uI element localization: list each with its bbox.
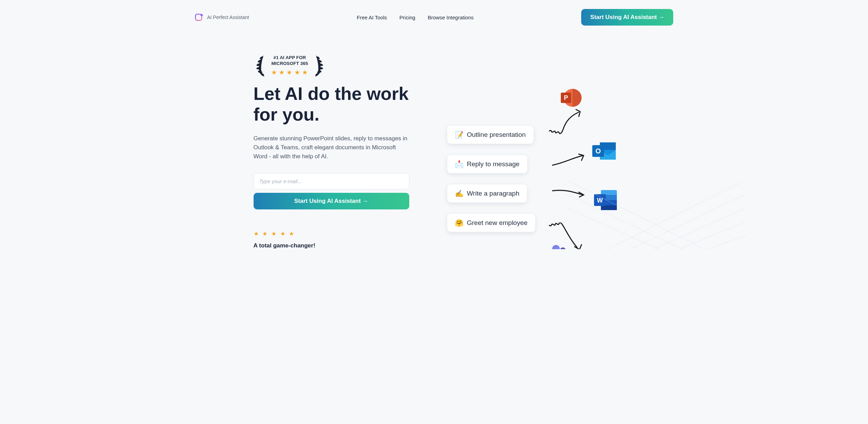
email-input[interactable] <box>254 173 409 189</box>
award-stars: ★ ★ ★ ★ ★ <box>272 69 308 76</box>
top-nav: AI Perfect Assistant Free AI Tools Prici… <box>164 0 705 26</box>
hugging-face-icon: 🤗 <box>455 219 464 227</box>
hero: #1 AI APP FOR MICROSOFT 365 ★ ★ ★ ★ ★ <box>164 26 705 249</box>
chip-outline-presentation: 📝 Outline presentation <box>447 126 533 144</box>
nav-link-pricing[interactable]: Pricing <box>400 15 415 20</box>
hero-title: Let AI do the work for you. <box>254 84 409 125</box>
chip-greet-employee: 🤗 Greet new employee <box>447 214 535 232</box>
background-grid <box>566 166 746 249</box>
award-badge: #1 AI APP FOR MICROSOFT 365 ★ ★ ★ ★ ★ <box>254 53 409 77</box>
review-quote: A total game-changer! <box>254 242 409 249</box>
review-block: ★ ★ ★ ★ ★ A total game-changer! <box>254 230 409 249</box>
brand-name: AI Perfect Assistant <box>207 15 249 20</box>
chip-label: Write a paragraph <box>467 190 520 197</box>
chip-write-paragraph: ✍️ Write a paragraph <box>447 185 527 202</box>
nav-link-integrations[interactable]: Browse Integrations <box>428 15 474 20</box>
laurel-left-icon <box>254 53 267 77</box>
review-stars: ★ ★ ★ ★ ★ <box>254 230 409 237</box>
hero-cta-button[interactable]: Start Using AI Assistant → <box>254 193 409 209</box>
nav-link-free-ai-tools[interactable]: Free AI Tools <box>357 15 387 20</box>
nav-cta-button[interactable]: Start Using AI Assistant → <box>581 9 673 26</box>
memo-icon: 📝 <box>455 131 464 139</box>
svg-point-26 <box>552 245 560 249</box>
arrow-curly-up-icon <box>548 107 582 134</box>
svg-text:O: O <box>595 147 601 155</box>
teams-icon: T <box>541 243 561 249</box>
logo-icon <box>195 13 204 22</box>
svg-line-33 <box>629 222 746 249</box>
nav-links: Free AI Tools Pricing Browse Integration… <box>357 15 474 20</box>
svg-line-30 <box>566 180 746 249</box>
arrow-up-right-icon <box>551 153 586 167</box>
svg-line-35 <box>566 180 746 249</box>
svg-text:P: P <box>564 94 568 101</box>
brand[interactable]: AI Perfect Assistant <box>195 13 249 22</box>
svg-point-27 <box>560 247 566 249</box>
outlook-icon: O <box>591 140 611 160</box>
envelope-icon: 📩 <box>455 160 464 168</box>
chip-label: Greet new employee <box>467 219 528 227</box>
award-line2: MICROSOFT 365 <box>272 60 308 67</box>
powerpoint-icon: P <box>558 86 578 106</box>
award-line1: #1 AI APP FOR <box>272 55 308 61</box>
writing-hand-icon: ✍️ <box>455 189 464 198</box>
svg-line-37 <box>566 208 705 249</box>
svg-line-32 <box>608 208 746 249</box>
chip-label: Outline presentation <box>467 131 526 139</box>
chip-reply-message: 📩 Reply to message <box>447 155 527 173</box>
laurel-right-icon <box>313 53 326 77</box>
chip-label: Reply to message <box>467 160 520 168</box>
hero-left: #1 AI APP FOR MICROSOFT 365 ★ ★ ★ ★ ★ <box>254 53 409 249</box>
svg-line-34 <box>649 235 746 249</box>
hero-subtitle: Generate stunning PowerPoint slides, rep… <box>254 134 409 161</box>
